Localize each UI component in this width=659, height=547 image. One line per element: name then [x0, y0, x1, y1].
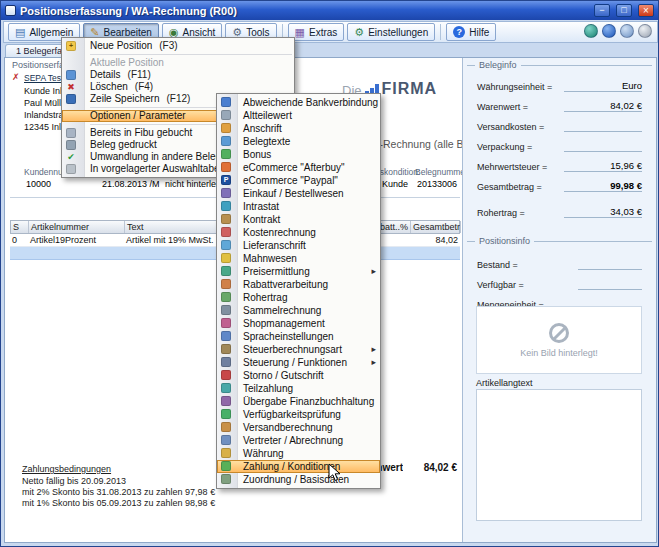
bonus-icon [221, 149, 231, 159]
shop-icon [221, 318, 231, 328]
purchase-icon [221, 188, 231, 198]
menu-item-einkauf-bestellwesen[interactable]: Einkauf / Bestellwesen [217, 187, 380, 200]
info-value [578, 258, 642, 270]
positionsinfo-row: Verfügbar = [463, 270, 656, 290]
web-status-icon[interactable] [620, 24, 634, 38]
maximize-button[interactable] [616, 4, 632, 17]
menu-item-rabattverarbeitung[interactable]: Rabattverarbeitung [217, 278, 380, 291]
menu-item-label: eCommerce "Paypal" [243, 175, 338, 186]
submenu-arrow-icon: ▸ [371, 265, 376, 278]
positionsinfo-rows: Bestand =Verfügbar =Mengeneinheit = [463, 250, 656, 310]
network-status-icon[interactable] [584, 24, 598, 38]
menu-item-ecommerce-paypal[interactable]: PeCommerce "Paypal" [217, 174, 380, 187]
menu-item-spracheinstellungen[interactable]: Spracheinstellungen [217, 330, 380, 343]
menu-item-mahnwesen[interactable]: Mahnwesen [217, 252, 380, 265]
toolbar-button-hilfe[interactable]: ?Hilfe [446, 23, 496, 41]
field-value-lieferadresse[interactable]: nicht hinterlegt [165, 179, 224, 189]
menu-item-label: Steuerung / Funktionen [243, 357, 347, 368]
menu-item-label: Preisermittlung [243, 266, 310, 277]
delivery-address-icon [221, 240, 231, 250]
menu-item-vertreter-abrechnung[interactable]: Vertreter / Abrechnung [217, 434, 380, 447]
collective-invoice-icon [221, 305, 231, 315]
field-value-kundennummer[interactable]: 10000 [26, 179, 51, 189]
info-label: Versandkosten = [477, 122, 544, 132]
beleginfo-header: Beleginfo [467, 60, 652, 70]
field-value-zahlungskondition[interactable]: Kunde [382, 179, 408, 189]
payment-line: mit 1% Skonto bis 05.09.2013 zu zahlen 9… [22, 498, 215, 508]
menu-item-steuerberechnungsart[interactable]: Steuerberechnungsart▸ [217, 343, 380, 356]
currency-icon [221, 448, 231, 458]
menu-item-abweichende-bankverbindung[interactable]: Abweichende Bankverbindung [217, 96, 380, 109]
menu-item-kontrakt[interactable]: Kontrakt [217, 213, 380, 226]
menu-item-details[interactable]: Details(F11) [62, 69, 294, 81]
payment-line: mit 2% Skonto bis 31.08.2013 zu zahlen 9… [22, 487, 215, 497]
menu-item-bonus[interactable]: Bonus [217, 148, 380, 161]
representative-icon [221, 435, 231, 445]
field-value-belegnummer[interactable]: 20133006 [417, 179, 457, 189]
langtext-box[interactable] [476, 389, 642, 521]
beleginfo-row: Verpackung = [463, 132, 656, 152]
menu-item-uebergabe-finanzbuchhaltung[interactable]: Übergabe Finanzbuchhaltung [217, 395, 380, 408]
app-window: Positionserfassung / WA-Rechnung (R00) ▤… [0, 0, 659, 547]
menu-item-rohertrag[interactable]: Rohertrag [217, 291, 380, 304]
online-status-icon[interactable] [602, 24, 616, 38]
menu-item-label: Beleg gedruckt [90, 139, 157, 150]
accounting-transfer-icon [221, 396, 231, 406]
menu-item-altteilewert[interactable]: Altteilewert [217, 109, 380, 122]
menu-item-label: Verfügbarkeitsprüfung [243, 409, 341, 420]
menu-item-anschrift[interactable]: Anschrift [217, 122, 380, 135]
minimize-button[interactable] [594, 4, 610, 17]
payment-line: Netto fällig bis 20.09.2013 [22, 476, 215, 486]
menu-item-neue-position[interactable]: +Neue Position(F3) [62, 40, 294, 52]
menu-item-zuordnung-basisdaten[interactable]: Zuordnung / Basisdaten [217, 473, 380, 486]
info-label: Bestand = [477, 260, 518, 270]
menu-item-ecommerce-afterbuy[interactable]: eCommerce "Afterbuy" [217, 161, 380, 174]
column-header-s: S [11, 221, 29, 233]
menu-item-label: Altteilewert [243, 110, 292, 121]
menu-item-verfuegbarkeitspruefung[interactable]: Verfügbarkeitsprüfung [217, 408, 380, 421]
toolbar-button-label: Allgemein [29, 27, 73, 38]
menu-item-label: Übergabe Finanzbuchhaltung [243, 396, 374, 407]
menu-item-sammelrechnung[interactable]: Sammelrechnung [217, 304, 380, 317]
menu-item-preisermittlung[interactable]: Preisermittlung▸ [217, 265, 380, 278]
menu-item-label: Zeile Speichern [90, 93, 159, 104]
menu-item-label: Kontrakt [243, 214, 280, 225]
info-label: Rohertrag = [477, 208, 525, 218]
help-icon: ? [453, 26, 465, 38]
menu-item-teilzahlung[interactable]: Teilzahlung [217, 382, 380, 395]
delete-icon: ✖ [66, 82, 76, 92]
connection-status-icon[interactable] [638, 24, 652, 38]
check-icon: ✔ [66, 152, 76, 162]
titlebar[interactable]: Positionserfassung / WA-Rechnung (R00) [1, 1, 658, 20]
menu-item-shopmanagement[interactable]: Shopmanagement [217, 317, 380, 330]
menu-item-waehrung[interactable]: Währung [217, 447, 380, 460]
menu-item-storno-gutschrift[interactable]: Storno / Gutschrift [217, 369, 380, 382]
menu-item-zahlung-konditionen[interactable]: Zahlung / Konditionen [217, 460, 380, 473]
menu-item-intrastat[interactable]: Intrastat [217, 200, 380, 213]
menu-item-label: Belegtexte [243, 136, 290, 147]
no-image-text: Kein Bild hinterlegt! [520, 348, 598, 358]
payment-terms-lines: Netto fällig bis 20.09.2013mit 2% Skonto… [22, 476, 215, 509]
menu-item-loeschen[interactable]: ✖Löschen(F4) [62, 81, 294, 93]
beleginfo-rows: Währungseinheit =EuroWarenwert =84,02 €V… [463, 72, 656, 218]
menu-item-kostenrechnung[interactable]: Kostenrechnung [217, 226, 380, 239]
window-title: Positionserfassung / WA-Rechnung (R00) [20, 5, 588, 17]
close-button[interactable] [638, 4, 654, 17]
menu-item-shortcut: (F11) [128, 69, 151, 80]
view-icon: ◉ [169, 27, 179, 38]
toolbar-button-extras[interactable]: ▦Extras [288, 23, 345, 41]
discount-icon [221, 279, 231, 289]
edit-icon: ✎ [90, 27, 99, 38]
total-value: 84,02 € [401, 462, 457, 473]
menu-item-label: Mahnwesen [243, 253, 297, 264]
basedata-icon [221, 474, 231, 484]
toolbar-button-einstellungen[interactable]: ⚙Einstellungen [347, 23, 435, 41]
bank-icon [221, 97, 231, 107]
field-value-belegdatum[interactable]: 21.08.2013 /M [102, 179, 160, 189]
menu-item-label: Shopmanagement [243, 318, 325, 329]
menu-item-label: Währung [243, 448, 284, 459]
menu-item-lieferanschrift[interactable]: Lieferanschrift [217, 239, 380, 252]
menu-item-steuerung-funktionen[interactable]: Steuerung / Funktionen▸ [217, 356, 380, 369]
menu-item-versandberechnung[interactable]: Versandberechnung [217, 421, 380, 434]
menu-item-belegtexte[interactable]: Belegtexte [217, 135, 380, 148]
